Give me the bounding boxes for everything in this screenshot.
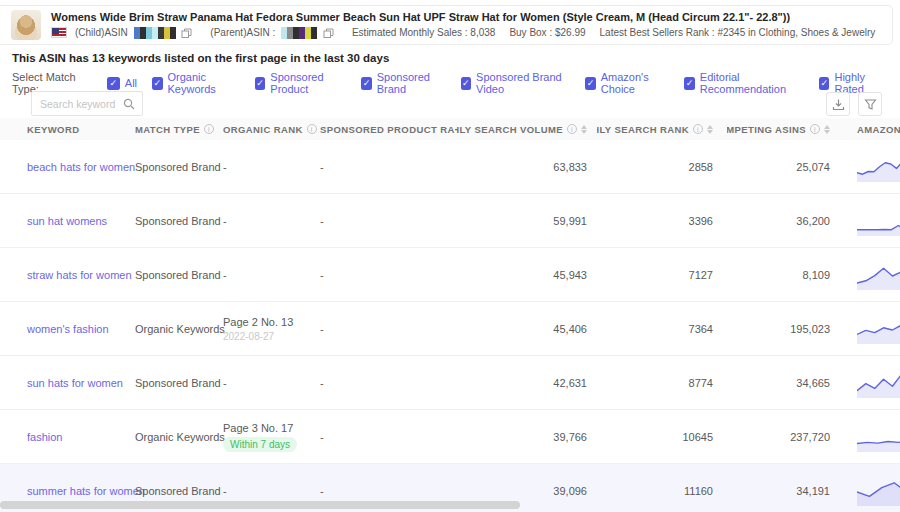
amazon-trend-sparkline (845, 314, 900, 344)
checkbox-icon[interactable]: ✓ (361, 77, 371, 90)
match-type-checkbox-sponsored-brand[interactable]: ✓Sponsored Brand (361, 71, 445, 95)
checkbox-icon[interactable]: ✓ (152, 77, 162, 90)
match-type-checkbox-organic-keywords[interactable]: ✓Organic Keywords (152, 71, 240, 95)
keyword-research-page: Womens Wide Brim Straw Panama Hat Fedora… (0, 0, 900, 512)
match-type-checkbox-amazon-s-choice[interactable]: ✓Amazon's Choice (585, 71, 669, 95)
amazon-trend-sparkline (845, 152, 900, 182)
checkbox-icon[interactable]: ✓ (819, 77, 829, 90)
cell-match-type: Sponsored Brand (135, 215, 223, 227)
copy-icon[interactable] (181, 28, 192, 39)
match-type-checkbox-all[interactable]: ✓All (107, 77, 137, 90)
cell-monthly-search-volume: 39,766 (455, 431, 597, 443)
checkbox-icon[interactable]: ✓ (585, 77, 595, 90)
search-input[interactable] (32, 98, 123, 110)
cell-monthly-search-volume: 45,943 (455, 269, 597, 281)
checkbox-icon[interactable]: ✓ (255, 77, 265, 90)
cell-keyword: sun hats for women (0, 377, 135, 389)
us-flag-icon (51, 27, 67, 38)
cell-competing-asins: 34,665 (727, 377, 845, 389)
keyword-link[interactable]: beach hats for women (27, 161, 135, 173)
checkbox-label: All (125, 77, 137, 89)
checkbox-label: Sponsored Brand (377, 71, 446, 95)
column-header-organic-rank[interactable]: ORGANIC RANKi (223, 124, 320, 135)
sort-icon[interactable] (824, 125, 830, 134)
checkbox-label: Sponsored Brand Video (476, 71, 570, 95)
keyword-link[interactable]: straw hats for women (27, 269, 132, 281)
info-icon[interactable]: i (204, 124, 214, 134)
info-icon[interactable]: i (693, 124, 703, 134)
column-header-sponsored-product-rank[interactable]: SPONSORED PRODUCT RANKi (320, 124, 455, 135)
match-type-checkbox-sponsored-product[interactable]: ✓Sponsored Product (255, 71, 346, 95)
product-title: Womens Wide Brim Straw Panama Hat Fedora… (51, 11, 889, 23)
info-icon[interactable]: i (567, 124, 577, 134)
table-header-row: KEYWORDMATCH TYPEiORGANIC RANKiSPONSORED… (0, 118, 900, 140)
cell-sponsored-product-rank: - (320, 431, 455, 443)
cell-keyword: sun hat womens (0, 215, 135, 227)
cell-match-type: Sponsored Brand (135, 485, 223, 497)
amazon-trend-sparkline (845, 206, 900, 236)
copy-icon[interactable] (323, 28, 334, 39)
checkbox-icon[interactable]: ✓ (461, 77, 472, 90)
sort-icon[interactable] (707, 125, 713, 134)
search-icon[interactable] (123, 98, 135, 110)
info-icon[interactable]: i (307, 124, 317, 134)
column-header-amazon: AMAZON (845, 124, 900, 135)
keyword-link[interactable]: summer hats for women (27, 485, 145, 497)
column-label: MATCH TYPE (135, 124, 200, 135)
download-button[interactable] (826, 92, 850, 116)
column-header-competing-asins[interactable]: COMPETING ASINSi (727, 124, 845, 135)
cell-organic-rank: - (223, 377, 320, 389)
buy-box-price: Buy Box : $26.99 (509, 27, 585, 38)
keyword-link[interactable]: sun hats for women (27, 377, 123, 389)
product-thumbnail[interactable] (11, 10, 41, 40)
cell-sponsored-product-rank: - (320, 269, 455, 281)
table-row: beach hats for womenSponsored Brand--63,… (0, 140, 900, 194)
checkbox-label: Editorial Recommendation (700, 71, 804, 95)
filter-button[interactable] (858, 92, 882, 116)
cell-monthly-search-rank: 10645 (597, 431, 727, 443)
cell-organic-rank: - (223, 215, 320, 227)
cell-match-type: Organic Keywords (135, 431, 223, 443)
keyword-link[interactable]: sun hat womens (27, 215, 107, 227)
table-row: sun hat womensSponsored Brand--59,991339… (0, 194, 900, 248)
checkbox-label: Amazon's Choice (601, 71, 670, 95)
cell-monthly-search-volume: 59,991 (455, 215, 597, 227)
scrollbar-thumb[interactable] (0, 501, 520, 509)
keyword-link[interactable]: fashion (27, 431, 62, 443)
estimated-monthly-sales: Estimated Monthly Sales : 8,038 (352, 27, 495, 38)
match-type-filter-row: Select Match Type: ✓All✓Organic Keywords… (12, 71, 900, 95)
cell-competing-asins: 25,074 (727, 161, 845, 173)
column-header-monthly-search-rank[interactable]: MONTHLY SEARCH RANKi (597, 124, 727, 135)
cell-sponsored-product-rank: - (320, 215, 455, 227)
checkbox-icon[interactable]: ✓ (107, 77, 120, 90)
horizontal-scrollbar[interactable] (0, 501, 900, 509)
cell-match-type: Sponsored Brand (135, 269, 223, 281)
column-label: SPONSORED PRODUCT RANK (320, 124, 455, 135)
organic-rank-value: Page 3 No. 17 (223, 422, 293, 434)
checkbox-icon[interactable]: ✓ (684, 77, 695, 90)
cell-organic-rank: - (223, 485, 320, 497)
checkbox-label: Sponsored Product (270, 71, 346, 95)
child-asin-redacted (134, 27, 176, 39)
match-type-checkbox-sponsored-brand-video[interactable]: ✓Sponsored Brand Video (461, 71, 571, 95)
cell-sponsored-product-rank: - (320, 485, 455, 497)
info-icon[interactable]: i (810, 124, 820, 134)
column-header-monthly-search-volume[interactable]: MONTHLY SEARCH VOLUMEi (455, 124, 597, 135)
cell-monthly-search-volume: 42,631 (455, 377, 597, 389)
keyword-link[interactable]: women's fashion (27, 323, 109, 335)
match-type-checkbox-editorial-recommendation[interactable]: ✓Editorial Recommendation (684, 71, 804, 95)
sort-icon[interactable] (581, 125, 587, 134)
column-label: AMAZON (857, 124, 900, 135)
organic-rank-value: Page 2 No. 13 (223, 316, 293, 328)
keywords-table: KEYWORDMATCH TYPEiORGANIC RANKiSPONSORED… (0, 118, 900, 512)
cell-competing-asins: 8,109 (727, 269, 845, 281)
cell-match-type: Sponsored Brand (135, 161, 223, 173)
cell-monthly-search-rank: 2858 (597, 161, 727, 173)
table-row: sun hats for womenSponsored Brand--42,63… (0, 356, 900, 410)
checkbox-label: Organic Keywords (168, 71, 240, 95)
cell-organic-rank: - (223, 161, 320, 173)
keywords-summary: This ASIN has 13 keywords listed on the … (12, 52, 389, 64)
column-label: MONTHLY SEARCH VOLUME (455, 124, 563, 135)
cell-keyword: straw hats for women (0, 269, 135, 281)
cell-keyword: fashion (0, 431, 135, 443)
